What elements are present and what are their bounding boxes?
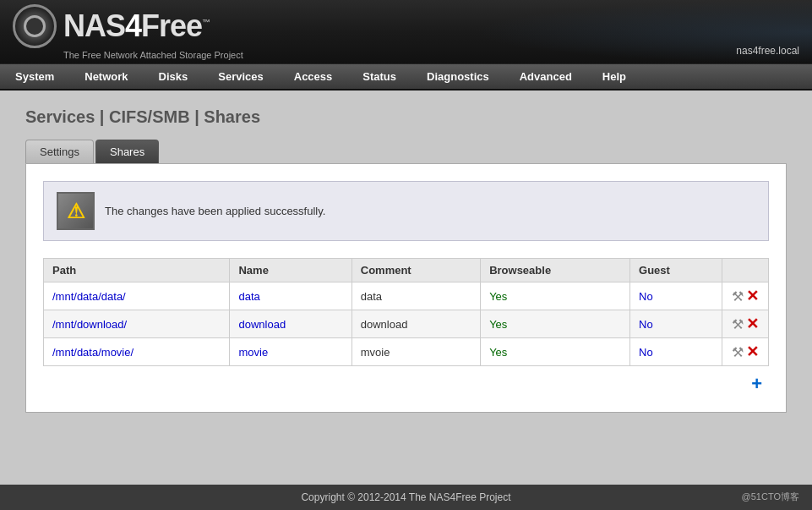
breadcrumb-shares: Shares [204, 107, 260, 126]
cell-name: movie [230, 338, 352, 366]
cell-guest: No [630, 338, 722, 366]
footer-copyright: Copyright © 2012-2014 The NAS4Free Proje… [301, 491, 510, 503]
header: NAS4Free™ The Free Network Attached Stor… [0, 0, 812, 63]
cell-path: /mnt/data/movie/ [44, 338, 230, 366]
alert-box: ⚠ The changes have been applied successf… [43, 181, 769, 241]
logo-icon [13, 4, 57, 48]
navbar: System Network Disks Services Access Sta… [0, 63, 812, 90]
logo-text: NAS4Free™ [63, 8, 210, 44]
warning-icon: ⚠ [67, 200, 85, 223]
nav-diagnostics[interactable]: Diagnostics [411, 64, 504, 89]
cell-browseable: Yes [481, 282, 630, 310]
col-actions [722, 259, 769, 282]
breadcrumb: Services | CIFS/SMB | Shares [25, 107, 787, 127]
cell-path: /mnt/download/ [44, 310, 230, 338]
tabs: Settings Shares [25, 140, 787, 163]
alert-icon: ⚠ [57, 192, 95, 230]
nav-status[interactable]: Status [347, 64, 411, 89]
cell-guest: No [630, 310, 722, 338]
breadcrumb-cifs: CIFS/SMB [109, 107, 190, 126]
alert-text: The changes have been applied successful… [105, 205, 325, 217]
nav-disks[interactable]: Disks [144, 64, 204, 89]
footer: Copyright © 2012-2014 The NAS4Free Proje… [0, 485, 812, 510]
page-content: Services | CIFS/SMB | Shares Settings Sh… [0, 90, 812, 480]
tab-shares[interactable]: Shares [95, 140, 159, 163]
add-share-button[interactable]: + [43, 373, 762, 395]
breadcrumb-services: Services [25, 107, 95, 126]
edit-icon-row2[interactable]: ⚒ [732, 344, 744, 360]
table-row: /mnt/data/data/ data data Yes No ⚒ ✕ [44, 282, 769, 310]
logo-subtitle: The Free Network Attached Storage Projec… [63, 50, 243, 60]
cell-browseable: Yes [481, 310, 630, 338]
nav-access[interactable]: Access [279, 64, 348, 89]
cell-path: /mnt/data/data/ [44, 282, 230, 310]
nav-network[interactable]: Network [69, 64, 143, 89]
logo-area: NAS4Free™ The Free Network Attached Stor… [13, 4, 243, 60]
cell-comment: data [352, 282, 480, 310]
col-guest: Guest [630, 259, 722, 282]
main-panel: ⚠ The changes have been applied successf… [25, 163, 787, 413]
shares-table: Path Name Comment Browseable Guest /mnt/… [43, 258, 769, 366]
cell-guest: No [630, 282, 722, 310]
edit-icon-row0[interactable]: ⚒ [732, 288, 744, 304]
col-name: Name [230, 259, 352, 282]
nav-services[interactable]: Services [203, 64, 279, 89]
delete-icon-row2[interactable]: ✕ [746, 343, 759, 361]
nav-help[interactable]: Help [587, 64, 641, 89]
delete-icon-row0[interactable]: ✕ [746, 287, 759, 305]
logo-tm: ™ [202, 18, 210, 27]
delete-icon-row1[interactable]: ✕ [746, 315, 759, 333]
footer-watermark: @51CTO博客 [742, 491, 799, 503]
cell-actions: ⚒ ✕ [722, 310, 769, 338]
table-row: /mnt/download/ download download Yes No … [44, 310, 769, 338]
cell-comment: download [352, 310, 480, 338]
header-hostname: nas4free.local [736, 45, 799, 57]
nav-system[interactable]: System [0, 64, 69, 89]
col-path: Path [44, 259, 230, 282]
col-comment: Comment [352, 259, 480, 282]
table-row: /mnt/data/movie/ movie mvoie Yes No ⚒ ✕ [44, 338, 769, 366]
cell-actions: ⚒ ✕ [722, 282, 769, 310]
nav-advanced[interactable]: Advanced [504, 64, 587, 89]
cell-browseable: Yes [481, 338, 630, 366]
cell-comment: mvoie [352, 338, 480, 366]
cell-actions: ⚒ ✕ [722, 338, 769, 366]
tab-settings[interactable]: Settings [25, 140, 94, 163]
cell-name: data [230, 282, 352, 310]
cell-name: download [230, 310, 352, 338]
col-browseable: Browseable [481, 259, 630, 282]
edit-icon-row1[interactable]: ⚒ [732, 316, 744, 332]
